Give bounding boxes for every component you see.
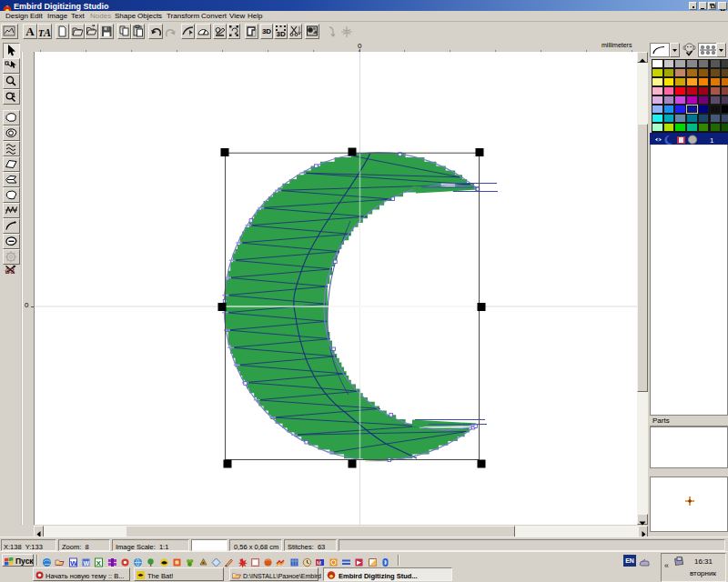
- svg-text:3D: 3D: [277, 30, 286, 38]
- svg-text:W: W: [83, 560, 89, 567]
- svg-text:1: 1: [710, 136, 714, 145]
- svg-text:W: W: [70, 559, 77, 567]
- svg-text:X: X: [96, 559, 102, 567]
- svg-text:M: M: [317, 560, 321, 566]
- svg-text:1: 1: [12, 92, 15, 98]
